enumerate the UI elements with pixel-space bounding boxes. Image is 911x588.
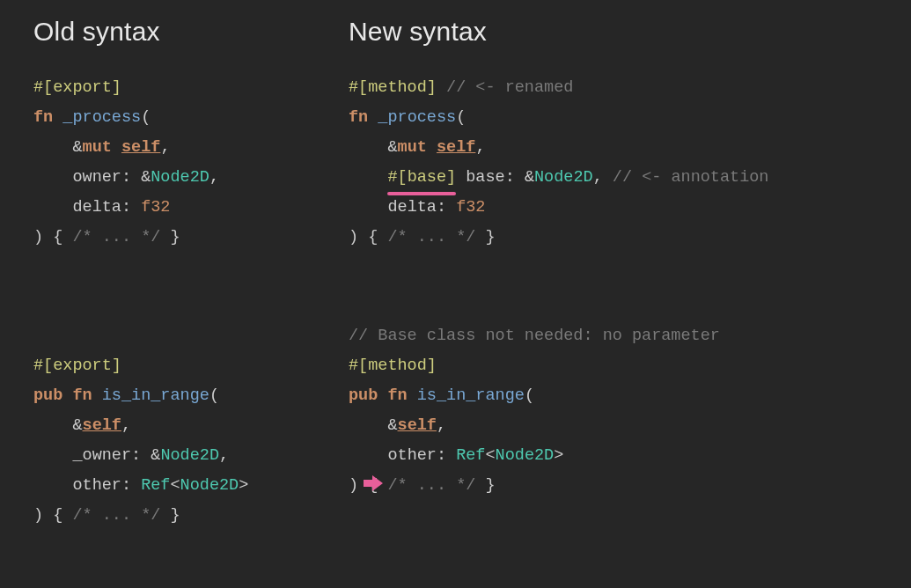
close: ) { (33, 228, 62, 246)
body-comment: /* ... */ (72, 506, 160, 525)
comparison-container: Old syntax #[export] fn _process( &mut s… (0, 0, 911, 557)
amp: & (72, 416, 82, 435)
old-code-block-1: #[export] fn _process( &mut self, owner:… (33, 73, 349, 253)
type-f32: f32 (456, 198, 485, 217)
arrow-icon (364, 470, 383, 500)
comma: , (219, 446, 229, 465)
comma: , (209, 168, 219, 187)
comma: , (121, 416, 131, 435)
colon: : (121, 168, 131, 187)
close: ) { (33, 506, 62, 525)
new-syntax-column: New syntax #[method] // <- renamed fn _p… (349, 13, 885, 531)
comma: , (593, 168, 603, 187)
type-node2d: Node2D (534, 168, 593, 187)
fn-name: _process (378, 108, 456, 127)
kw-fn: fn (33, 108, 53, 127)
type-node2d: Node2D (160, 446, 219, 465)
lt: < (170, 476, 180, 495)
kw-mut: mut (83, 138, 112, 157)
kw-self: self (398, 416, 437, 435)
close-brace: } (485, 228, 495, 246)
type-node2d: Node2D (496, 446, 555, 465)
old-syntax-heading: Old syntax (33, 17, 349, 47)
param-owner: _owner (72, 446, 131, 465)
colon: : (121, 198, 131, 217)
type-node2d: Node2D (180, 476, 239, 495)
attr-export: #[export] (33, 78, 121, 97)
param-other: other (387, 446, 437, 465)
new-syntax-heading: New syntax (349, 17, 885, 47)
body-comment: /* ... */ (387, 228, 475, 246)
new-code-block-1: #[method] // <- renamed fn _process( &mu… (349, 73, 885, 253)
param-base: base (466, 168, 504, 187)
comma: , (475, 138, 485, 157)
body-comment: /* ... */ (387, 476, 475, 495)
fn-name: _process (62, 108, 141, 127)
attr-method: #[method] (349, 78, 437, 97)
close-brace: } (485, 476, 495, 495)
comment-annotation: // <- annotation (613, 168, 769, 187)
code-pre: // Base class not needed: no parameter #… (349, 321, 885, 501)
old-syntax-column: Old syntax #[export] fn _process( &mut s… (33, 13, 349, 531)
param-delta: delta (387, 198, 437, 217)
comment-no-param: // Base class not needed: no parameter (349, 327, 720, 345)
fn-name: is_in_range (417, 386, 525, 405)
amp: & (525, 168, 534, 187)
close-brace: } (170, 228, 180, 246)
amp: & (141, 168, 151, 187)
type-f32: f32 (141, 198, 170, 217)
lt: < (485, 446, 495, 465)
attr-export: #[export] (33, 356, 121, 375)
code-pre: #[export] fn _process( &mut self, owner:… (33, 73, 349, 253)
colon: : (121, 476, 131, 495)
gt: > (554, 446, 563, 465)
kw-fn: fn (72, 386, 92, 405)
type-ref: Ref (456, 446, 485, 465)
amp: & (387, 416, 397, 435)
comma: , (437, 416, 446, 435)
colon: : (437, 446, 446, 465)
param-delta: delta (72, 198, 121, 217)
attr-base: #[base] (387, 168, 456, 187)
kw-self: self (437, 138, 475, 157)
paren-open: ( (141, 108, 151, 127)
param-owner: owner (72, 168, 121, 187)
amp: & (387, 138, 397, 157)
gt: > (239, 476, 248, 495)
code-pre: #[export] pub fn is_in_range( &self, _ow… (33, 351, 349, 531)
kw-fn: fn (349, 108, 368, 127)
comma: , (160, 138, 170, 157)
kw-pub: pub (349, 386, 378, 405)
colon: : (131, 446, 141, 465)
paren-open: ( (456, 108, 466, 127)
fn-name: is_in_range (102, 386, 209, 405)
kw-mut: mut (398, 138, 427, 157)
type-node2d: Node2D (151, 168, 209, 187)
new-code-block-2: // Base class not needed: no parameter #… (349, 321, 885, 501)
amp: & (151, 446, 160, 465)
body-comment: /* ... */ (72, 228, 160, 246)
kw-pub: pub (33, 386, 62, 405)
kw-fn: fn (387, 386, 407, 405)
param-other: other (72, 476, 121, 495)
old-code-block-2: #[export] pub fn is_in_range( &self, _ow… (33, 351, 349, 531)
paren-open: ( (209, 386, 219, 405)
attr-method: #[method] (349, 356, 437, 375)
comment-renamed: // <- renamed (446, 78, 573, 97)
close: ) { (349, 228, 378, 246)
kw-self: self (83, 416, 121, 435)
colon: : (505, 168, 515, 187)
amp: & (72, 138, 82, 157)
close-brace: } (170, 506, 180, 525)
paren-open: ( (525, 386, 534, 405)
type-ref: Ref (141, 476, 170, 495)
kw-self: self (121, 138, 160, 157)
code-pre: #[method] // <- renamed fn _process( &mu… (349, 73, 885, 253)
colon: : (437, 198, 446, 217)
